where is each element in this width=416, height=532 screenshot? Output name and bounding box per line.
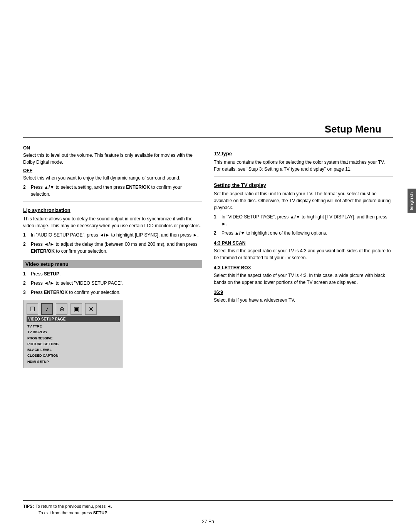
- lip-sync-section: Lip synchronization This feature allows …: [23, 207, 202, 229]
- tv-step1-arrow-right: ►: [221, 221, 226, 227]
- video-step3-enter: ENTER/OK: [44, 290, 68, 295]
- menu-icon-music: ♪: [41, 303, 53, 315]
- lip-step1-item: 1 In "AUDIO SETUP PAGE", press ◄/► to hi…: [23, 232, 202, 238]
- video-step1-item: 1 Press SETUP.: [23, 270, 202, 277]
- tv-type-section: TV type This menu contains the options f…: [214, 151, 393, 173]
- video-step3-num: 3: [23, 289, 29, 296]
- tips-line2-text: To exit from the menu, press SETUP.: [39, 510, 109, 517]
- right-column: TV type This menu contains the options f…: [214, 145, 393, 372]
- tv-type-heading: TV type: [214, 151, 393, 156]
- page-title: Setup Menu: [23, 123, 393, 138]
- menu-item-6: HDMI SETUP: [27, 359, 120, 365]
- menu-icons-row: ☐ ♪ ⊕ ▣ ✕: [27, 303, 120, 315]
- tv-step1-item: 1 In "VIDEO SETUP PAGE", press ▲/▼ to hi…: [214, 213, 393, 227]
- left-column: ON Select this to level out the volume. …: [23, 145, 202, 372]
- step2-item: 2 Press ▲/▼ to select a setting, and the…: [23, 184, 202, 198]
- video-setup-heading: Video setup menu: [23, 260, 202, 268]
- tips-label: TIPS:: [23, 503, 34, 510]
- lip-step2-enter: ENTER/OK: [31, 248, 55, 254]
- lip-sync-heading: Lip synchronization: [23, 207, 202, 213]
- video-step2-arrows: ◄/►: [44, 280, 54, 286]
- tv-step2-arrows: ▲/▼: [235, 230, 245, 236]
- lip-step1-arrow-right: ►: [193, 232, 197, 238]
- pan-scan-section: 4:3 PAN SCAN Select this if the aspect r…: [214, 240, 393, 261]
- english-tab: English: [408, 189, 416, 213]
- tv-step2-item: 2 Press ▲/▼ to highlight one of the foll…: [214, 230, 393, 237]
- menu-item-list: TV TYPE TV DISPLAY PROGRESSIVE PICTURE S…: [27, 324, 120, 365]
- video-step2-num: 2: [23, 280, 29, 287]
- tv-step1-arrows: ▲/▼: [290, 214, 300, 220]
- menu-icon-globe: ⊕: [56, 303, 67, 315]
- menu-screenshot: ☐ ♪ ⊕ ▣ ✕ VIDEO SETUP PAGE TV TYPE TV DI…: [23, 300, 123, 368]
- tips-line-1: TIPS: To return to the previous menu, pr…: [23, 503, 393, 510]
- tv-step2-text: Press ▲/▼ to highlight one of the follow…: [221, 230, 393, 237]
- lip-step1-arrows: ◄/►: [99, 232, 110, 238]
- lip-step2-arrows: ◄/►: [44, 242, 54, 247]
- ratio-16-9-heading: 16:9: [214, 290, 393, 295]
- tips-line1-arrow: ◄: [107, 504, 111, 509]
- video-step3-item: 3 Press ENTER/OK to confirm your selecti…: [23, 289, 202, 296]
- tv-type-text: This menu contains the options for selec…: [214, 159, 393, 173]
- video-step1-setup: SETUP: [44, 271, 59, 277]
- off-section: OFF Select this when you want to enjoy t…: [23, 168, 202, 181]
- lip-step1-num: 1: [23, 232, 29, 238]
- step2-num: 2: [23, 184, 29, 198]
- video-step1-num: 1: [23, 270, 29, 277]
- page-container: English Setup Menu ON Select this to lev…: [0, 0, 416, 532]
- divider-1: [23, 201, 202, 202]
- on-text: Select this to level out the volume. Thi…: [23, 152, 202, 166]
- video-step3-text: Press ENTER/OK to confirm your selection…: [31, 289, 202, 296]
- ratio-16-9-section: 16:9 Select this if you have a widescree…: [214, 290, 393, 304]
- pan-scan-heading: 4:3 PAN SCAN: [214, 240, 393, 246]
- video-step1-text: Press SETUP.: [31, 270, 202, 277]
- tv-step1-num: 1: [214, 213, 219, 227]
- menu-item-1: TV DISPLAY: [27, 329, 120, 335]
- step2-arrows: ▲/▼: [44, 185, 54, 190]
- menu-item-0: TV TYPE: [27, 324, 120, 329]
- lip-step2-text: Press ◄/► to adjust the delay time (betw…: [31, 241, 202, 255]
- off-label: OFF: [23, 168, 202, 173]
- pan-scan-text: Select this if the aspect ratio of your …: [214, 247, 393, 261]
- menu-item-4: BLACK LEVEL: [27, 347, 120, 353]
- on-section: ON Select this to level out the volume. …: [23, 145, 202, 166]
- video-step2-item: 2 Press ◄/► to select "VIDEO SETUP PAGE"…: [23, 280, 202, 287]
- letter-box-heading: 4:3 LETTER BOX: [214, 265, 393, 270]
- on-label: ON: [23, 145, 202, 151]
- letter-box-section: 4:3 LETTER BOX Select this if the aspect…: [214, 265, 393, 286]
- lip-step2-num: 2: [23, 241, 29, 255]
- video-step2-text: Press ◄/► to select "VIDEO SETUP PAGE".: [31, 280, 202, 287]
- tips-line2-setup: SETUP: [93, 510, 107, 515]
- menu-header-bar: VIDEO SETUP PAGE: [27, 316, 120, 322]
- step2-enter: ENTER/OK: [126, 185, 150, 190]
- off-text: Select this when you want to enjoy the f…: [23, 175, 202, 181]
- ratio-16-9-text: Select this if you have a widescreen TV.: [214, 297, 393, 304]
- divider-2: [214, 176, 393, 177]
- setting-tv-display-section: Setting the TV display Set the aspect ra…: [214, 182, 393, 211]
- menu-icon-square: ☐: [27, 303, 38, 315]
- letter-box-text: Select this if the aspect ratio of your …: [214, 272, 393, 286]
- menu-item-5: CLOSED CAPTION: [27, 353, 120, 359]
- setting-tv-display-heading: Setting the TV display: [214, 182, 393, 188]
- menu-item-3: PICTURE SETTING: [27, 341, 120, 347]
- menu-icon-close: ✕: [85, 303, 97, 315]
- tips-line1-text: To return to the previous menu, press ◄.: [35, 503, 112, 510]
- tips-line2-indent: [23, 510, 37, 517]
- content-area: Setup Menu ON Select this to level out t…: [0, 0, 416, 395]
- lip-step2-item: 2 Press ◄/► to adjust the delay time (be…: [23, 241, 202, 255]
- video-setup-section: Video setup menu: [23, 260, 202, 268]
- lip-step1-text: In "AUDIO SETUP PAGE", press ◄/► to high…: [31, 232, 202, 238]
- tips-area: TIPS: To return to the previous menu, pr…: [23, 500, 393, 517]
- page-number: 27 En: [202, 519, 214, 524]
- menu-icon-screen: ▣: [70, 303, 82, 315]
- tv-step1-text: In "VIDEO SETUP PAGE", press ▲/▼ to high…: [221, 213, 393, 227]
- step2-text: Press ▲/▼ to select a setting, and then …: [31, 184, 202, 198]
- two-column-layout: ON Select this to level out the volume. …: [23, 145, 393, 372]
- lip-sync-text: This feature allows you to delay the sou…: [23, 215, 202, 229]
- tv-step2-num: 2: [214, 230, 219, 237]
- menu-item-2: PROGRESSIVE: [27, 336, 120, 341]
- tips-line-2: To exit from the menu, press SETUP.: [23, 510, 393, 517]
- setting-tv-display-text: Set the aspect ratio of this unit to mat…: [214, 190, 393, 211]
